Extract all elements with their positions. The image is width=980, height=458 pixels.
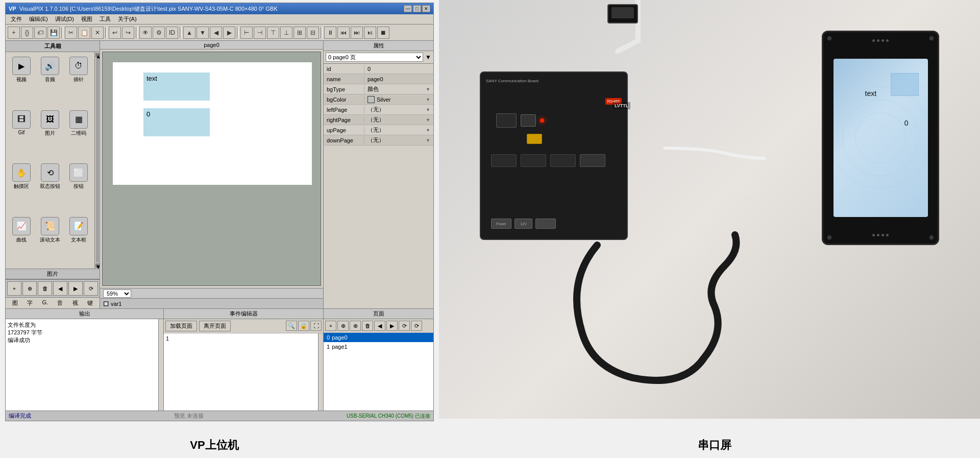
tool-textbox[interactable]: 📝 文本框 [65, 214, 92, 267]
toolbar-compile1[interactable]: ⏸ [324, 27, 336, 39]
toolbar-cut[interactable]: ✂ [65, 27, 77, 39]
menu-edit[interactable]: 编辑(E) [26, 14, 51, 24]
prop-rightpage-row[interactable]: rightPage （无） ▼ [324, 115, 433, 125]
page-tool-copy1[interactable]: ⊕ [337, 321, 349, 331]
toolbar: + {} 🏷 💾 ✂ 📋 ✕ ↩ ↪ 👁 ⚙ ID ▲ ▼ ◀ ▶ ⊢ ⊣ ⊤ … [6, 25, 433, 41]
close-button[interactable]: ✕ [422, 5, 430, 12]
page-prev-icon[interactable]: ◀ [53, 281, 67, 296]
menu-file[interactable]: 文件 [8, 14, 25, 24]
toolbar-code[interactable]: {} [21, 27, 33, 39]
menu-about[interactable]: 关于(A) [115, 14, 140, 24]
toolbar-compile5[interactable]: ⏹ [377, 27, 389, 39]
canvas-area[interactable]: text 0 [102, 52, 321, 286]
tool-gif[interactable]: 🎞 Gif [8, 108, 35, 160]
page-tool-refresh1[interactable]: ⟳ [399, 321, 410, 331]
toolbar-settings[interactable]: ⚙ [153, 27, 165, 39]
event-expand-icon[interactable]: ⛶ [310, 321, 322, 331]
toolbar-redo[interactable]: ↪ [122, 27, 134, 39]
tool-button[interactable]: ⬜ 按钮 [65, 161, 92, 213]
output-header: 输出 [6, 309, 163, 319]
page-refresh-icon[interactable]: ⟳ [84, 281, 98, 296]
toolbar-bookmark[interactable]: 🏷 [34, 27, 46, 39]
prop-bgcolor-row[interactable]: bgColor Silver ▼ [324, 94, 433, 105]
prop-leftpage-row[interactable]: leftPage （无） ▼ [324, 105, 433, 115]
tool-dualbutton[interactable]: ⟲ 双态按钮 [36, 161, 64, 213]
toolbar-delete[interactable]: ✕ [91, 27, 104, 39]
tab-key[interactable]: 键 [85, 299, 95, 307]
toolbar-left[interactable]: ◀ [210, 27, 222, 39]
toolbar-align3[interactable]: ⊤ [267, 27, 279, 39]
tool-touch[interactable]: ✋ 触摸区 [8, 161, 35, 213]
toolbar-align6[interactable]: ⊟ [307, 27, 319, 39]
tool-scrolltext[interactable]: 📜 滚动文本 [36, 214, 64, 267]
page-delete-icon[interactable]: 🗑 [38, 281, 52, 296]
tool-timer[interactable]: ⏱ 插针 [65, 54, 92, 107]
output-scrollbar[interactable] [158, 319, 163, 411]
app-logo: VP [9, 6, 16, 12]
tool-image[interactable]: 🖼 图片 [36, 108, 64, 160]
toolbox-scrollbar[interactable]: ▲ ▼ [94, 52, 100, 269]
tab-sound[interactable]: 音 [55, 299, 65, 307]
page-add-icon[interactable]: + [7, 281, 21, 296]
toolbar-id[interactable]: ID [166, 27, 178, 39]
canvas-number-element[interactable]: 0 [143, 108, 210, 136]
screw-tl [827, 36, 831, 40]
toolbar-compile3[interactable]: ⏭ [351, 27, 363, 39]
tab-video[interactable]: 视 [70, 299, 80, 307]
toolbar-add[interactable]: + [8, 27, 20, 39]
event-scrollbar[interactable] [318, 333, 323, 411]
page-item-0[interactable]: 0 page0 [324, 333, 433, 342]
toolbar-down[interactable]: ▼ [197, 27, 209, 39]
props-page-select[interactable]: 0 page0 页 [326, 53, 423, 62]
toolbar-align1[interactable]: ⊢ [240, 27, 253, 39]
page-copy-icon[interactable]: ⊕ [22, 281, 37, 296]
minimize-button[interactable]: — [404, 5, 412, 12]
tab-g[interactable]: G. [40, 299, 51, 307]
leave-page-button[interactable]: 离开页面 [199, 321, 231, 331]
toolbar-compile2[interactable]: ⏮ [337, 27, 350, 39]
props-dropdown-arrow: ▼ [425, 54, 431, 61]
toolbar-compile4[interactable]: ⏯ [364, 27, 376, 39]
zoom-select[interactable]: 59% 100% 50% 75% [103, 290, 131, 298]
tab-char[interactable]: 字 [25, 299, 35, 307]
screen-num-label: 0 [904, 119, 909, 127]
event-search-icon[interactable]: 🔍 [286, 321, 297, 331]
event-lock-icon[interactable]: 🔒 [298, 321, 309, 331]
menu-view[interactable]: 视图 [78, 14, 95, 24]
tool-video[interactable]: ▶ 视频 [8, 54, 35, 107]
tool-curve-label: 曲线 [16, 236, 27, 244]
toolbar-preview[interactable]: 👁 [139, 27, 152, 39]
tool-audio[interactable]: 🔊 音频 [36, 54, 64, 107]
load-page-button[interactable]: 加载页面 [165, 321, 197, 331]
menu-tools[interactable]: 工具 [96, 14, 114, 24]
toolbar-align5[interactable]: ⊞ [293, 27, 306, 39]
tool-curve[interactable]: 📈 曲线 [8, 214, 35, 267]
toolbar-copy[interactable]: 📋 [78, 27, 90, 39]
prop-downpage-row[interactable]: downPage （无） ▼ [324, 135, 433, 146]
tab-img[interactable]: 图 [10, 299, 20, 307]
restore-button[interactable]: □ [413, 5, 421, 12]
page-tool-next[interactable]: ▶ [386, 321, 398, 331]
menu-debug[interactable]: 调试(D) [52, 14, 77, 24]
toolbar-save[interactable]: 💾 [47, 27, 60, 39]
toolbar-align2[interactable]: ⊣ [254, 27, 266, 39]
page-tool-add[interactable]: + [325, 321, 336, 331]
tool-qrcode[interactable]: ▦ 二维码 [65, 108, 92, 160]
tool-image-label: 图片 [45, 130, 55, 137]
canvas-num-value: 0 [146, 110, 150, 118]
page-tool-refresh2[interactable]: ⟳ [411, 321, 422, 331]
prop-uppage-row[interactable]: upPage （无） ▼ [324, 125, 433, 135]
toolbar-undo[interactable]: ↩ [109, 27, 121, 39]
prop-id-row: id 0 [324, 64, 433, 74]
page-item-1[interactable]: 1 page1 [324, 342, 433, 351]
page-tool-delete[interactable]: 🗑 [362, 321, 373, 331]
page-tool-prev[interactable]: ◀ [374, 321, 385, 331]
page-next-icon[interactable]: ▶ [68, 281, 83, 296]
page-tool-copy2[interactable]: ⊕ [350, 321, 361, 331]
toolbar-right[interactable]: ▶ [223, 27, 235, 39]
prop-bgtype-row[interactable]: bgType 颜色 ▼ [324, 84, 433, 94]
toolbar-align4[interactable]: ⊥ [280, 27, 292, 39]
prop-leftpage-val: （无） ▼ [364, 105, 433, 114]
canvas-text-element[interactable]: text [143, 73, 210, 101]
toolbar-up[interactable]: ▲ [183, 27, 195, 39]
